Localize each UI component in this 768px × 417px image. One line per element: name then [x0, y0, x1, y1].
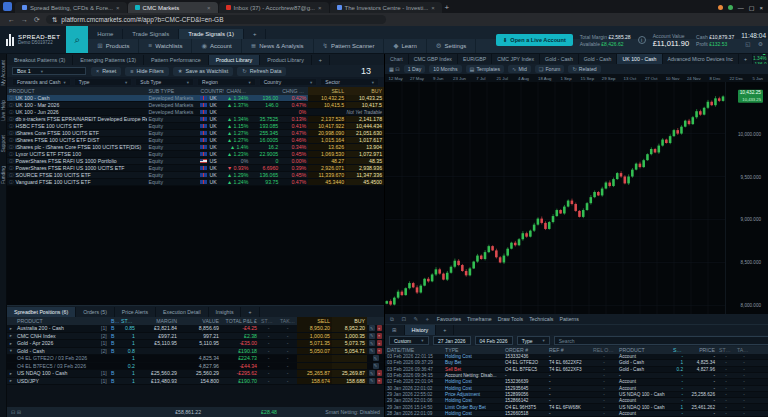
chart-footer-timeframe[interactable]: Timeframe [467, 316, 492, 322]
chart-tab[interactable]: EUR/GBP [458, 54, 492, 64]
nav-item-watchlists[interactable]: ≡Watchlists [139, 39, 192, 53]
chart-tab[interactable]: Gold - Cash [579, 54, 618, 64]
platform-tab-home[interactable]: Home [88, 29, 123, 39]
chart-tool-related[interactable]: ↻Related [568, 65, 600, 73]
close-position-icon[interactable]: × [377, 340, 383, 346]
layout-icons[interactable]: ⊟ ⊞ [11, 409, 21, 415]
sidebar-item-live-help[interactable]: Live Help [0, 100, 6, 121]
table-row[interactable]: ⓘUK 100 - CashDeveloped MarketsUK▲ 1.34%… [7, 95, 384, 102]
close-position-icon[interactable]: × [377, 348, 383, 354]
table-row[interactable]: ⓘdb x-trackers FTSE EPRA/NAREIT Develope… [7, 116, 384, 123]
table-row[interactable]: ⓘiShares Core FTSE 100 UCITS ETFEquityUK… [7, 130, 384, 137]
filter-sub-type[interactable]: Sub Type▾ [135, 78, 194, 86]
buy-price[interactable]: 25,269.87 [332, 370, 367, 377]
nav-item-settings[interactable]: ⚙Settings [427, 39, 477, 53]
positions-tab[interactable]: Orders (5) [76, 307, 115, 317]
buy-price[interactable]: 10,417.5 [346, 102, 384, 108]
chart-tab[interactable]: Gold - Cash [540, 54, 579, 64]
table-row[interactable]: 28 Jan 2026 22:01:09Holding Cost15266051… [385, 411, 768, 417]
edit-icon[interactable]: ✎ [373, 363, 379, 369]
refresh-data-button[interactable]: ↻Refresh Data [237, 67, 286, 76]
buy-price[interactable]: 2,938.936 [346, 165, 384, 171]
buy-price[interactable]: 21,051.630 [346, 130, 384, 136]
edit-icon[interactable]: ✎ [369, 340, 375, 346]
sell-price[interactable]: 5,050.07 [297, 348, 332, 355]
browser-tab[interactable]: Spread Betting, CFDs & Fore...× [15, 2, 127, 13]
positions-tab[interactable]: Spreadbet Positions (6) [7, 307, 76, 317]
table-row[interactable]: ⓘUK 100 - Mar 2026Developed MarketsUK▲ 1… [7, 102, 384, 109]
nav-item-pattern-scanner[interactable]: ↯Pattern Scanner [314, 39, 385, 53]
chart-footer-icons[interactable]: ⧉ ⊡ ✎ ⌖ [390, 316, 432, 323]
buy-price[interactable]: 1,000.35 [332, 333, 367, 340]
chart-tool-10-months[interactable]: 10 Months [429, 65, 461, 73]
buy-price[interactable]: 5,073.75 [332, 340, 367, 347]
table-row[interactable]: ⓘiShares FTSE 100 UCITS ETF DISTEquityUK… [7, 137, 384, 144]
buy-price[interactable]: 10,433.25 [346, 95, 384, 101]
sell-price[interactable]: 5,071.35 [297, 340, 332, 347]
chart-tab[interactable]: CMC JPY Index [492, 54, 540, 64]
platform-tab-trade-signals-1-[interactable]: Trade Signals (1) [179, 29, 244, 39]
positions-tab[interactable]: + [241, 307, 259, 317]
table-row[interactable]: ▸Gold - Apr 2026[1]B1£5,110.955,110.95-£… [7, 340, 384, 348]
table-row[interactable]: ▸US NDAQ 100 - Cash[1]B1£25,560.2925,560… [7, 370, 384, 378]
edit-icon[interactable]: ✎ [369, 378, 375, 384]
library-tab[interactable]: Product Library [260, 55, 312, 65]
platform-tab-trade-signals[interactable]: Trade Signals [123, 29, 179, 39]
close-tab-icon[interactable]: × [431, 5, 435, 11]
buy-price[interactable]: 158.688 [332, 378, 367, 385]
search-button[interactable]: ⌕ [66, 26, 88, 53]
sell-price[interactable]: 10,417.922 [308, 123, 346, 129]
expand-icon[interactable]: ▾ [7, 348, 15, 353]
library-tab[interactable]: Product Library [209, 55, 261, 65]
table-row[interactable]: ▸CMC CNH Index[2]B1£997.21997.21£2.38--1… [7, 333, 384, 341]
nav-item-learn[interactable]: ◆Learn [384, 39, 426, 53]
sell-price[interactable]: 1,069.530 [308, 151, 346, 157]
sell-price[interactable]: 13.626 [308, 144, 346, 150]
edit-icon[interactable]: ✎ [369, 325, 375, 331]
close-tab-icon[interactable]: × [318, 5, 322, 11]
sell-price[interactable]: 10,432.25 [308, 95, 346, 101]
chart-tab[interactable]: CMC GBP Index [409, 54, 458, 64]
search-input[interactable]: Search [554, 336, 768, 345]
expand-icon[interactable]: ▸ [7, 333, 15, 338]
save-as-watchlist-button[interactable]: ★Save as Watchlist [173, 67, 233, 76]
library-tab[interactable]: Pattern Performance [144, 55, 209, 65]
table-row[interactable]: ⓘUK 100 - Jun 2026Developed MarketsUK0%N… [7, 109, 384, 116]
watchlist-select[interactable]: Box 1 ▾ [12, 67, 86, 76]
info-icon[interactable]: i [638, 36, 646, 44]
sell-price[interactable]: 48.27 [308, 158, 346, 164]
range-select[interactable]: Custom▾ [389, 336, 429, 345]
panel-grid-icon[interactable]: ⊞ [385, 325, 405, 335]
buy-price[interactable]: 11,347.336 [346, 172, 384, 178]
chart-tool-forum[interactable]: ❑Forum [535, 65, 565, 73]
buy-price[interactable]: 13.904 [346, 144, 384, 150]
sell-price[interactable]: 20,998.090 [308, 130, 346, 136]
chart-tab[interactable]: + [739, 54, 753, 64]
close-position-icon[interactable]: × [377, 325, 383, 331]
header-mini-icons[interactable]: ◱ ⚙ [741, 41, 766, 48]
chart-footer-patterns[interactable]: Patterns [559, 316, 578, 322]
buy-price[interactable]: 45.4500 [346, 179, 384, 185]
expand-icon[interactable]: ▸ [7, 371, 15, 376]
platform-tab--[interactable]: + [244, 29, 267, 39]
close-window-button[interactable]: × [759, 5, 763, 11]
expand-icon[interactable]: ▸ [7, 326, 15, 331]
sell-price[interactable]: 2,137.528 [308, 116, 346, 122]
reload-icon[interactable]: ⟳ [34, 16, 40, 24]
positions-tab[interactable]: Price Alerts [115, 307, 156, 317]
forward-icon[interactable]: → [21, 16, 28, 23]
chart-tool-1-day[interactable]: 1 Day [404, 65, 426, 73]
chart-toolbar-icons[interactable]: ▦ ⊟ [389, 66, 400, 72]
sidebar-item-funding[interactable]: Funding [0, 166, 6, 184]
table-row[interactable]: ⓘSOURCE FTSE 100 UCITS ETFEquityUK▲ 1.29… [7, 172, 384, 179]
sell-price[interactable]: 1,015.164 [308, 137, 346, 143]
type-select[interactable]: Type▾ [517, 336, 550, 345]
date-to-input[interactable]: 04 Feb 2026 [475, 336, 513, 345]
table-row[interactable]: ⓘLyxor UCITS ETF FTSE 100EquityUK▲ 1.23%… [7, 151, 384, 158]
history-new-tab[interactable]: + [436, 325, 454, 335]
edit-icon[interactable]: ✎ [373, 355, 379, 361]
edit-icon[interactable]: ✎ [369, 370, 375, 376]
table-row[interactable]: ⓘHSBC FTSE 100 UCITS ETFEquityUK▲ 1.15%1… [7, 123, 384, 130]
chart-footer-draw-tools[interactable]: Draw Tools [498, 316, 524, 322]
sell-price[interactable]: 45.3440 [308, 179, 346, 185]
